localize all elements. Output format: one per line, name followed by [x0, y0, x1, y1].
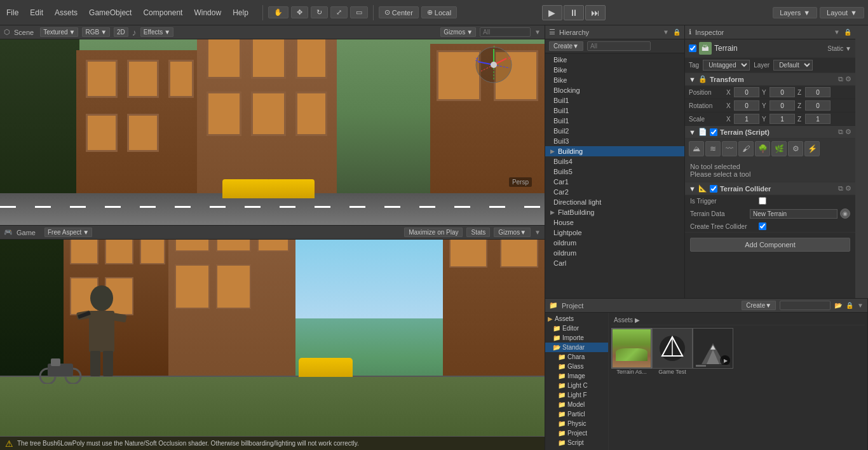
create-tree-checkbox[interactable] — [759, 222, 766, 230]
terrain-tool-raise[interactable]: ⛰ — [689, 141, 704, 156]
menu-component[interactable]: Component — [140, 7, 185, 18]
project-folder-editor[interactable]: 📁Editor — [545, 324, 608, 333]
stats-button[interactable]: Stats — [466, 228, 490, 237]
project-lock[interactable]: 🔒 — [846, 302, 853, 309]
hierarchy-item-carl[interactable]: Carl — [545, 258, 684, 268]
project-folder-model[interactable]: 📁Model — [545, 400, 608, 409]
scene-effects[interactable]: Effects▼ — [140, 27, 173, 37]
rotation-y-input[interactable] — [770, 100, 795, 111]
scale-x-input[interactable] — [734, 114, 759, 124]
terrain-tool-paint-height[interactable]: ≋ — [705, 141, 721, 156]
hierarchy-item-lightpole[interactable]: Lightpole — [545, 228, 684, 238]
hand-tool-button[interactable]: ✋ — [268, 6, 288, 18]
hierarchy-item-oildrum-1[interactable]: oildrum — [545, 238, 684, 248]
project-search-input[interactable] — [780, 301, 831, 310]
hierarchy-item-buil1-3[interactable]: Buil1 — [545, 116, 684, 126]
hierarchy-item-oildrum-2[interactable]: oildrum — [545, 248, 684, 258]
project-folder-project[interactable]: 📁Project — [545, 428, 608, 438]
hierarchy-item-blocking[interactable]: Blocking — [545, 85, 684, 95]
terrain-tool-trees[interactable]: 🌳 — [755, 141, 770, 156]
project-root-assets[interactable]: ▶ Assets — [545, 314, 608, 324]
hierarchy-item-building[interactable]: ▶Building — [545, 146, 684, 156]
hierarchy-item-car2[interactable]: Car2 — [545, 187, 684, 197]
hierarchy-item-car1[interactable]: Car1 — [545, 177, 684, 187]
project-folder-chara[interactable]: 📁Chara — [545, 352, 608, 362]
terrain-data-select-btn[interactable]: ◉ — [840, 208, 850, 219]
hierarchy-collapse[interactable]: ▼ — [663, 29, 669, 36]
terrain-tool-extra[interactable]: ⚡ — [804, 141, 820, 156]
layer-dropdown[interactable]: Default — [773, 60, 813, 71]
scene-render-mode[interactable]: 2D — [114, 27, 128, 37]
scene-gizmos[interactable]: Gizmos▼ — [440, 27, 476, 37]
transform-section-header[interactable]: ▼ 🔒 Transform ⧉ ⚙ — [685, 73, 855, 86]
menu-assets[interactable]: Assets — [52, 7, 80, 18]
terrain-tool-smooth[interactable]: 〰 — [722, 141, 737, 156]
hierarchy-item-flatbuilding[interactable]: ▶FlatBuilding — [545, 207, 684, 217]
scale-tool-button[interactable]: ⤢ — [330, 6, 348, 18]
object-active-checkbox[interactable] — [689, 44, 696, 52]
terrain-tool-details[interactable]: 🌿 — [771, 141, 787, 156]
hierarchy-item-buil3[interactable]: Buil3 — [545, 136, 684, 146]
step-button[interactable]: ⏭ — [585, 5, 606, 20]
hierarchy-item-buil1-1[interactable]: Buil1 — [545, 95, 684, 106]
terrain-script-active[interactable] — [710, 128, 717, 136]
tag-dropdown[interactable]: Untagged — [703, 60, 750, 71]
project-folder-standar[interactable]: 📂Standar — [545, 343, 608, 352]
add-component-button[interactable]: Add Component — [690, 238, 850, 252]
hierarchy-search-input[interactable] — [587, 41, 651, 51]
project-folder-importe[interactable]: 📁Importe — [545, 333, 608, 343]
project-collapse-folder[interactable]: 📂 — [834, 302, 842, 309]
position-y-input[interactable] — [770, 87, 795, 97]
play-button[interactable]: ▶ — [542, 5, 562, 20]
terrain-tool-paint-texture[interactable]: 🖌 — [738, 141, 754, 156]
rotate-tool-button[interactable]: ↻ — [311, 6, 328, 18]
project-folder-light-f[interactable]: 📁Light F — [545, 390, 608, 400]
asset-item-terrain[interactable]: Terrain As... — [611, 328, 652, 375]
is-trigger-checkbox[interactable] — [759, 197, 766, 205]
scale-z-input[interactable] — [805, 114, 831, 124]
hierarchy-item-buils4[interactable]: Buils4 — [545, 156, 684, 167]
hierarchy-item-buils5[interactable]: Buils5 — [545, 167, 684, 177]
terrain-script-header[interactable]: ▼ 📄 Terrain (Script) ⧉ ⚙ — [685, 126, 855, 139]
scene-view-mode[interactable]: Textured▼ — [40, 27, 78, 37]
hierarchy-lock[interactable]: 🔒 — [673, 29, 681, 36]
layout-dropdown[interactable]: Layout ▼ — [820, 7, 864, 18]
hierarchy-item-buil2[interactable]: Buil2 — [545, 126, 684, 136]
project-folder-physic[interactable]: 📁Physic — [545, 419, 608, 428]
scale-y-input[interactable] — [770, 114, 795, 124]
scene-search-input[interactable] — [480, 27, 531, 37]
hierarchy-item-bike-1[interactable]: Bike — [545, 55, 684, 65]
menu-edit[interactable]: Edit — [27, 7, 46, 18]
hierarchy-item-house[interactable]: House — [545, 217, 684, 228]
game-viewport[interactable] — [0, 240, 545, 436]
hierarchy-item-buil1-2[interactable]: Buil1 — [545, 106, 684, 116]
collider-active[interactable] — [710, 185, 717, 193]
menu-gameobject[interactable]: GameObject — [86, 7, 134, 18]
menu-window[interactable]: Window — [191, 7, 224, 18]
asset-item-mountain[interactable]: ▶ — [693, 328, 733, 375]
position-z-input[interactable] — [805, 87, 831, 97]
menu-help[interactable]: Help — [230, 7, 251, 18]
collider-section-header[interactable]: ▼ 📐 Terrain Collider ⧉ ⚙ — [685, 182, 855, 195]
asset-item-game-test[interactable]: Game Test — [652, 328, 693, 375]
project-menu[interactable]: ▼ — [857, 302, 864, 309]
project-folder-light-c[interactable]: 📁Light C — [545, 381, 608, 390]
game-gizmos-button[interactable]: Gizmos▼ — [494, 228, 531, 237]
inspector-collapse[interactable]: ▼ — [834, 29, 840, 36]
project-create-button[interactable]: Create▼ — [742, 301, 776, 310]
project-folder-particl[interactable]: 📁Particl — [545, 409, 608, 419]
scene-collapse-button[interactable]: ▼ — [534, 29, 541, 36]
project-folder-glass[interactable]: 📁Glass — [545, 362, 608, 371]
hierarchy-item-bike-2[interactable]: Bike — [545, 65, 684, 75]
terrain-tool-settings[interactable]: ⚙ — [788, 141, 803, 156]
hierarchy-item-bike-3[interactable]: Bike — [545, 75, 684, 85]
pause-button[interactable]: ⏸ — [564, 5, 584, 20]
game-aspect-dropdown[interactable]: Free Aspect▼ — [44, 228, 92, 237]
scene-color-space[interactable]: RGB▼ — [82, 27, 110, 37]
scene-viewport[interactable]: X Y Z Persp — [0, 39, 545, 225]
layers-dropdown[interactable]: Layers ▼ — [773, 7, 817, 18]
center-button[interactable]: ⊙ Center — [379, 6, 419, 18]
hierarchy-create-button[interactable]: Create▼ — [549, 41, 583, 51]
position-x-input[interactable] — [734, 87, 759, 97]
maximize-on-play-button[interactable]: Maximize on Play — [404, 228, 463, 237]
